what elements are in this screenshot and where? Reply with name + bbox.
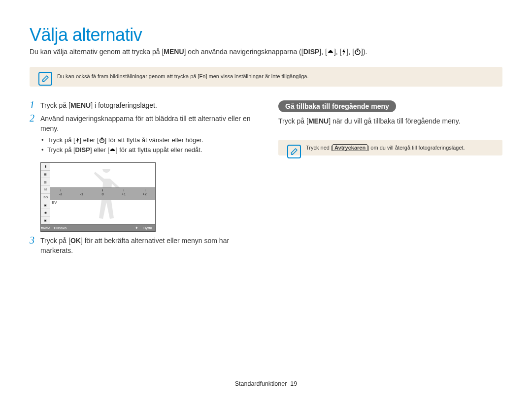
menu-label-icon: MENU bbox=[41, 224, 50, 231]
ev-label: EV bbox=[52, 200, 57, 205]
step-number: 3 bbox=[30, 235, 40, 246]
flash-icon bbox=[75, 137, 80, 143]
intro-text: Du kan välja alternativ genom att trycka… bbox=[30, 47, 502, 56]
right-note: Tryck ned [Avtryckaren] om du vill återg… bbox=[278, 140, 502, 155]
preview-icon: ◉ bbox=[41, 209, 50, 217]
disp-label-icon: DISP bbox=[303, 48, 320, 56]
flash-icon bbox=[341, 48, 346, 55]
note-icon bbox=[38, 72, 52, 86]
footer-move-label: Flytta bbox=[139, 226, 155, 230]
tick-label: -1 bbox=[71, 192, 93, 196]
menu-label-icon: MENU bbox=[308, 117, 329, 125]
fn-label-icon: Fn bbox=[200, 73, 206, 79]
tick-label: +1 bbox=[113, 192, 134, 196]
ev-slider: -2 -1 0 +1 +2 bbox=[50, 187, 155, 200]
ok-label-icon: OK bbox=[70, 237, 81, 245]
menu-label-icon: MENU bbox=[164, 48, 184, 56]
macro-down-icon bbox=[327, 49, 334, 55]
preview-icon: ▨ bbox=[41, 178, 50, 186]
preview-icon: ☑ bbox=[41, 186, 50, 194]
step-number: 2 bbox=[30, 113, 40, 124]
right-column: Gå tillbaka till föregående meny Tryck p… bbox=[278, 100, 502, 259]
macro-down-icon bbox=[109, 148, 116, 153]
tick-label: -2 bbox=[50, 192, 71, 196]
preview-sidebar: ▮ ▦ ▨ ☑ ISO ▣ ◉ ▣ bbox=[41, 163, 50, 224]
timer-icon bbox=[99, 137, 105, 143]
preview-icon: ▮ bbox=[41, 163, 50, 171]
step-3: 3 Tryck på [OK] för att bekräfta alterna… bbox=[30, 236, 254, 256]
preview-icon: ▣ bbox=[41, 217, 50, 224]
tick-label: +2 bbox=[134, 192, 155, 196]
subheading: Gå tillbaka till föregående meny bbox=[278, 100, 396, 112]
left-column: 1 Tryck på [MENU] i fotograferingsläget.… bbox=[30, 100, 254, 259]
page-footer: Standardfunktioner 19 bbox=[0, 380, 532, 387]
step-1: 1 Tryck på [MENU] i fotograferingsläget. bbox=[30, 100, 254, 111]
timer-icon bbox=[354, 48, 361, 55]
preview-iso-icon: ISO bbox=[41, 194, 50, 202]
substep: Tryck på [] eller [] för att flytta åt v… bbox=[47, 135, 254, 145]
step-number: 1 bbox=[30, 99, 40, 111]
page-title: Välja alternativ bbox=[30, 25, 502, 45]
substep: Tryck på [DISP] eller [] för att flytta … bbox=[47, 145, 254, 155]
step-2: 2 Använd navigeringsknapparna för att bl… bbox=[30, 114, 254, 159]
menu-label-icon: MENU bbox=[70, 101, 91, 109]
tick-label: 0 bbox=[92, 192, 113, 196]
footer-back-label: Tillbaka bbox=[50, 226, 69, 230]
shutter-label-icon: Avtryckaren bbox=[332, 144, 367, 151]
note-icon bbox=[287, 145, 301, 158]
disp-label-icon: DISP bbox=[75, 146, 90, 154]
preview-icon: ▣ bbox=[41, 201, 50, 209]
top-note: Du kan också få fram bildinställningar g… bbox=[30, 67, 502, 86]
dpad-icon: ✦ bbox=[133, 225, 139, 231]
preview-icon: ▦ bbox=[41, 171, 50, 179]
camera-preview: ▮ ▦ ▨ ☑ ISO ▣ ◉ ▣ -2 bbox=[40, 162, 156, 232]
right-body-text: Tryck på [MENU] när du vill gå tillbaka … bbox=[278, 116, 502, 126]
